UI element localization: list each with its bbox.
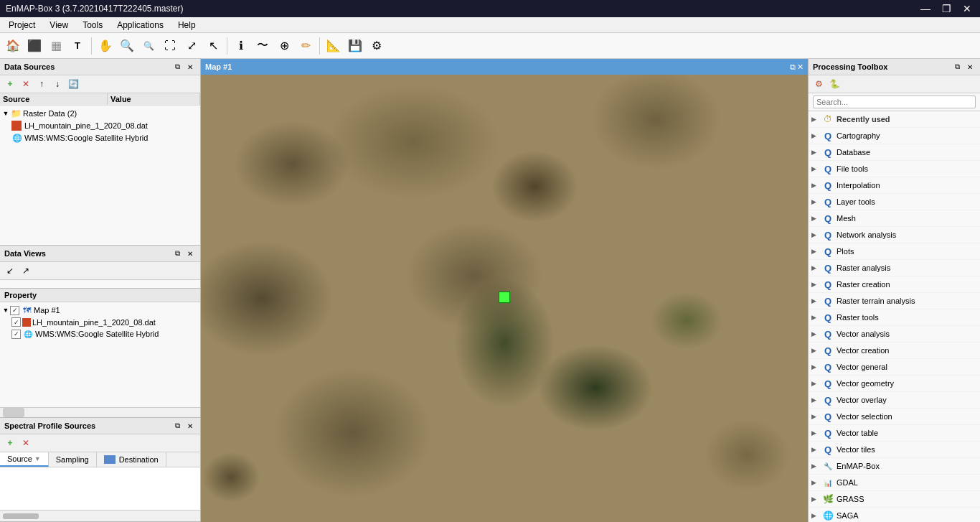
select-button[interactable]: ↖ — [203, 36, 223, 56]
toolbox-vector-geometry[interactable]: ▶ Q Vector geometry — [809, 376, 980, 392]
map-float-button[interactable]: ⧉ — [790, 62, 796, 72]
toolbox-network-analysis[interactable]: ▶ Q Network analysis — [809, 227, 980, 243]
spectral-add-button[interactable]: + — [3, 436, 17, 450]
spectral-float-button[interactable]: ⧉ — [171, 420, 183, 432]
toolbox-vector-general[interactable]: ▶ Q Vector general — [809, 359, 980, 376]
value-column-header: Value — [108, 93, 200, 105]
toolbox-enmap-box[interactable]: ▶ 🔧 EnMAP-Box — [809, 458, 980, 475]
menu-tools[interactable]: Tools — [77, 19, 108, 32]
crosshair-button[interactable]: ⊕ — [274, 36, 294, 56]
raster-creation-icon: Q — [821, 278, 834, 291]
ds-up-button[interactable]: ↑ — [34, 77, 49, 91]
ds-float-button[interactable]: ⧉ — [171, 61, 183, 73]
dv-float-button[interactable]: ⧉ — [171, 248, 183, 259]
toolbox-float-button[interactable]: ⧉ — [951, 61, 963, 73]
menu-project[interactable]: Project — [3, 19, 41, 32]
close-button[interactable]: ✕ — [960, 3, 974, 14]
toolbox-settings-button[interactable]: ⚙ — [811, 77, 826, 91]
toolbox-cartography[interactable]: ▶ Q Cartography — [809, 128, 980, 144]
toolbox-saga[interactable]: ▶ 🌐 SAGA — [809, 508, 980, 522]
toolbox-vector-table[interactable]: ▶ Q Vector table — [809, 425, 980, 442]
plots-label: Plots — [837, 247, 854, 256]
dv-close-button[interactable]: ✕ — [184, 248, 196, 259]
spectral-tab-destination[interactable]: Destination — [97, 452, 166, 467]
raster-toggle[interactable]: ▼ — [1, 109, 10, 118]
home-button[interactable]: 🏠 — [3, 36, 23, 56]
toolbox-raster-analysis[interactable]: ▶ Q Raster analysis — [809, 260, 980, 276]
map1-item[interactable]: ▼ 🗺 Map #1 — [0, 304, 200, 317]
save-button[interactable]: 💾 — [345, 36, 365, 56]
toolbox-vector-tiles[interactable]: ▶ Q Vector tiles — [809, 442, 980, 458]
zoom-out-button[interactable]: 🔍 — [138, 36, 159, 56]
zoom-layer-button[interactable]: ⤢ — [182, 36, 202, 56]
interpolation-arrow: ▶ — [811, 182, 821, 189]
dv-add-view-button[interactable]: ↗ — [19, 264, 33, 278]
spectral-remove-button[interactable]: ✕ — [19, 436, 33, 450]
separator-3 — [319, 37, 320, 55]
property-hscroll[interactable] — [0, 407, 200, 417]
toolbox-grass[interactable]: ▶ 🌿 GRASS — [809, 491, 980, 508]
toolbox-search-input[interactable] — [813, 95, 976, 108]
spectral-tab-sampling[interactable]: Sampling — [49, 452, 97, 467]
source-dropdown-icon[interactable]: ▼ — [34, 455, 41, 462]
identify-button[interactable]: ✏ — [296, 36, 316, 56]
prop-wms-1[interactable]: 🌐 WMS:WMS:Google Satellite Hybrid — [0, 327, 200, 340]
ds-add-button[interactable]: + — [3, 77, 17, 91]
zoom-full-button[interactable]: ⛶ — [160, 36, 180, 56]
info-button[interactable]: ℹ — [231, 36, 251, 56]
vector-table-label: Vector table — [837, 429, 878, 437]
ds-tree: ▼ 📁 Raster Data (2) LH_mountain_pine_1_2… — [0, 106, 200, 245]
toolbox-gdal[interactable]: ▶ 📊 GDAL — [809, 475, 980, 491]
raster-item-1[interactable]: LH_mountain_pine_1_2020_08.dat — [0, 120, 200, 131]
dv-add-map-button[interactable]: ↙ — [3, 264, 17, 278]
recently-used-icon: ⏱ — [821, 113, 834, 126]
pan-button[interactable]: ✋ — [95, 36, 116, 56]
raster-data-group[interactable]: ▼ 📁 Raster Data (2) — [0, 107, 200, 120]
spectral-hscroll[interactable] — [0, 510, 200, 521]
menu-view[interactable]: View — [44, 19, 74, 32]
maximize-button[interactable]: ❐ — [939, 3, 954, 14]
map1-toggle[interactable]: ▼ — [1, 306, 10, 314]
map-close-button[interactable]: ✕ — [797, 62, 804, 72]
open-raster-button[interactable]: ▦ — [46, 36, 66, 56]
ds-close-button[interactable]: ✕ — [184, 61, 196, 73]
map1-checkbox[interactable] — [10, 306, 19, 315]
toolbox-raster-tools[interactable]: ▶ Q Raster tools — [809, 309, 980, 326]
ds-remove-button[interactable]: ✕ — [19, 77, 33, 91]
toolbox-close-button[interactable]: ✕ — [964, 61, 976, 73]
ds-refresh-button[interactable]: 🔄 — [66, 77, 80, 91]
toolbox-interpolation[interactable]: ▶ Q Interpolation — [809, 177, 980, 194]
zoom-in-button[interactable]: 🔍 — [117, 36, 137, 56]
measure-button[interactable]: 📐 — [324, 36, 344, 56]
profile-button[interactable]: 〜 — [253, 36, 273, 56]
toolbox-plots[interactable]: ▶ Q Plots — [809, 243, 980, 260]
left-panel: Data Sources ⧉ ✕ + ✕ ↑ ↓ 🔄 Source Value … — [0, 59, 201, 522]
toolbox-vector-selection[interactable]: ▶ Q Vector selection — [809, 409, 980, 425]
wms-item-1[interactable]: 🌐 WMS:WMS:Google Satellite Hybrid — [0, 131, 200, 144]
toolbox-recently-used[interactable]: ▶ ⏱ Recently used — [809, 111, 980, 128]
spectral-tab-source[interactable]: Source ▼ — [0, 452, 49, 467]
spectral-close-button[interactable]: ✕ — [184, 420, 196, 432]
minimize-button[interactable]: — — [918, 3, 933, 14]
toolbox-database[interactable]: ▶ Q Database — [809, 144, 980, 161]
toolbox-vector-creation[interactable]: ▶ Q Vector creation — [809, 342, 980, 359]
prop-wms1-checkbox[interactable] — [11, 330, 21, 339]
toolbox-layer-tools[interactable]: ▶ Q Layer tools — [809, 194, 980, 210]
toolbox-raster-creation[interactable]: ▶ Q Raster creation — [809, 276, 980, 293]
prop-raster-1[interactable]: LH_mountain_pine_1_2020_08.dat — [0, 317, 200, 327]
toolbox-python-button[interactable]: 🐍 — [827, 77, 842, 91]
text-button[interactable]: T — [67, 36, 88, 56]
satellite-map[interactable] — [201, 75, 808, 522]
prop-raster1-checkbox[interactable] — [11, 317, 21, 327]
more-button[interactable]: ⚙ — [367, 36, 387, 56]
ds-down-button[interactable]: ↓ — [50, 77, 65, 91]
menu-help[interactable]: Help — [172, 19, 202, 32]
toolbox-mesh[interactable]: ▶ Q Mesh — [809, 210, 980, 227]
toolbox-vector-analysis[interactable]: ▶ Q Vector analysis — [809, 326, 980, 342]
toolbox-raster-terrain[interactable]: ▶ Q Raster terrain analysis — [809, 293, 980, 309]
map-canvas[interactable] — [201, 75, 808, 522]
menu-applications[interactable]: Applications — [111, 19, 169, 32]
toolbox-vector-overlay[interactable]: ▶ Q Vector overlay — [809, 392, 980, 409]
add-layer-button[interactable]: ⬛ — [24, 36, 44, 56]
toolbox-file-tools[interactable]: ▶ Q File tools — [809, 161, 980, 177]
